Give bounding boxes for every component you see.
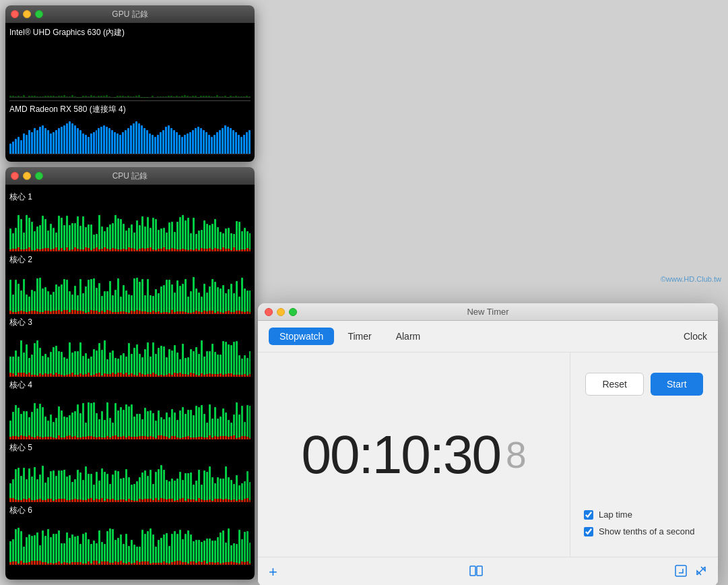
core-label-6: 核心 6 <box>9 505 251 516</box>
core-section-1: 核心 1 <box>9 191 251 251</box>
core-label-2: 核心 2 <box>9 254 251 266</box>
timer-window: New Timer Stopwatch Timer Alarm Clock 00… <box>258 303 718 585</box>
gpu-traffic-lights[interactable] <box>11 10 43 18</box>
core-chart-4 <box>9 392 251 439</box>
cpu-window-body: 核心 1核心 2核心 3核心 4核心 5核心 6 <box>5 185 255 580</box>
timer-tabs: Stopwatch Timer Alarm Clock <box>258 321 718 352</box>
show-tenths-checkbox[interactable] <box>584 527 593 536</box>
tab-clock[interactable]: Clock <box>684 331 707 342</box>
timer-body: Stopwatch Timer Alarm Clock 00:10:30 8 R… <box>258 321 718 585</box>
cpu-titlebar: CPU 記錄 <box>5 167 255 185</box>
gpu2-label: AMD Radeon RX 580 (連接埠 4) <box>9 104 251 115</box>
start-button[interactable]: Start <box>651 373 703 396</box>
gpu-window-title: GPU 記錄 <box>112 9 147 20</box>
desktop: GPU 記錄 Intel® UHD Graphics 630 (內建) AMD … <box>0 0 728 585</box>
cpu-window: CPU 記錄 核心 1核心 2核心 3核心 4核心 5核心 6 <box>5 167 255 580</box>
gpu-window: GPU 記錄 Intel® UHD Graphics 630 (內建) AMD … <box>5 5 255 162</box>
checkboxes: Lap time Show tenths of a second <box>584 510 704 543</box>
footer-right-icons <box>675 565 707 580</box>
tab-alarm[interactable]: Alarm <box>385 328 432 345</box>
core-chart-1 <box>9 204 251 251</box>
core-label-5: 核心 5 <box>9 442 251 454</box>
svg-rect-0 <box>470 566 475 576</box>
add-timer-button[interactable]: + <box>269 565 277 580</box>
gpu-minimize-button[interactable] <box>23 10 31 18</box>
core-section-5: 核心 5 <box>9 442 251 502</box>
svg-rect-1 <box>477 566 482 576</box>
lap-time-checkbox[interactable] <box>584 510 593 520</box>
show-tenths-label: Show tenths of a second <box>599 526 694 536</box>
cpu-window-title: CPU 記錄 <box>112 171 148 182</box>
gpu-close-button[interactable] <box>11 10 19 18</box>
gpu2-chart <box>9 117 251 154</box>
tab-timer[interactable]: Timer <box>337 328 382 345</box>
layout-icon[interactable] <box>469 565 483 579</box>
timer-time-display: 00:10:30 <box>302 424 500 486</box>
timer-titlebar: New Timer <box>258 303 718 321</box>
gpu-zoom-button[interactable] <box>35 10 43 18</box>
lap-time-label: Lap time <box>599 510 632 520</box>
reset-button[interactable]: Reset <box>585 373 644 396</box>
control-buttons: Reset Start <box>584 373 704 396</box>
cpu-zoom-button[interactable] <box>35 172 43 180</box>
cpu-close-button[interactable] <box>11 172 19 180</box>
timer-display: 00:10:30 8 <box>258 352 570 557</box>
timer-close-button[interactable] <box>265 308 273 316</box>
timer-tenths-display: 8 <box>506 433 527 476</box>
core-label-3: 核心 3 <box>9 317 251 328</box>
show-tenths-checkbox-label[interactable]: Show tenths of a second <box>584 526 704 536</box>
core-section-3: 核心 3 <box>9 317 251 377</box>
timer-main: 00:10:30 8 Reset Start Lap time <box>258 352 718 557</box>
gpu-window-body: Intel® UHD Graphics 630 (內建) AMD Radeon … <box>5 23 255 162</box>
core-chart-6 <box>9 518 251 565</box>
core-section-6: 核心 6 <box>9 505 251 565</box>
lap-time-checkbox-label[interactable]: Lap time <box>584 510 704 520</box>
core-chart-3 <box>9 330 251 377</box>
timer-controls: Reset Start Lap time Show tenths of a se… <box>570 352 718 557</box>
core-section-2: 核心 2 <box>9 254 251 314</box>
timer-footer: + <box>258 557 718 585</box>
gpu2-section: AMD Radeon RX 580 (連接埠 4) <box>9 104 251 154</box>
timer-traffic-lights[interactable] <box>265 308 297 316</box>
cpu-minimize-button[interactable] <box>23 172 31 180</box>
core-chart-2 <box>9 267 251 314</box>
resize-icon[interactable] <box>675 565 687 580</box>
core-section-4: 核心 4 <box>9 379 251 439</box>
expand-icon[interactable] <box>695 565 707 580</box>
core-chart-5 <box>9 455 251 502</box>
svg-rect-2 <box>675 565 686 576</box>
gpu1-label: Intel® UHD Graphics 630 (內建) <box>9 27 251 38</box>
copyright-text: ©www.HD.Club.tw <box>661 275 721 283</box>
gpu1-section: Intel® UHD Graphics 630 (內建) <box>9 27 251 98</box>
core-label-4: 核心 4 <box>9 379 251 391</box>
gpu-titlebar: GPU 記錄 <box>5 5 255 23</box>
gpu-divider <box>9 100 251 101</box>
core-label-1: 核心 1 <box>9 191 251 203</box>
cpu-traffic-lights[interactable] <box>11 172 43 180</box>
svg-line-3 <box>697 567 705 575</box>
timer-zoom-button[interactable] <box>289 308 297 316</box>
tab-stopwatch[interactable]: Stopwatch <box>269 328 334 345</box>
timer-minimize-button[interactable] <box>277 308 285 316</box>
timer-window-title: New Timer <box>467 307 508 317</box>
gpu1-chart <box>9 40 251 98</box>
